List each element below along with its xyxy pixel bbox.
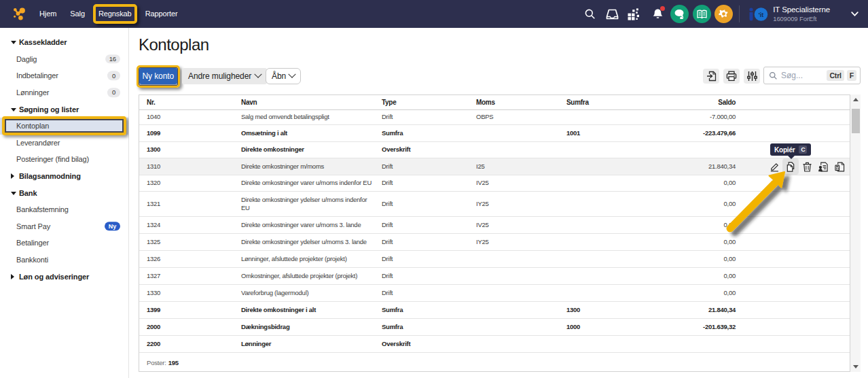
sidebar-item-bankafstemning[interactable]: Bankafstemning: [0, 201, 128, 218]
export-icon[interactable]: [703, 69, 719, 84]
sidebar-section-l-n-og-adviseringer[interactable]: Løn og adviseringer: [0, 268, 128, 285]
column-header-moms[interactable]: Moms: [469, 95, 559, 109]
scroll-up-icon[interactable]: [850, 94, 861, 105]
nav-item-hjem[interactable]: Hjem: [33, 4, 63, 24]
table-head: Nr.NavnTypeMomsSumfraSaldo: [139, 95, 850, 109]
cell-navn: Direkte omkostninger i alt: [234, 301, 374, 318]
scroll-down-icon[interactable]: [850, 362, 861, 372]
sidebar-section-kassekladder[interactable]: Kassekladder: [0, 34, 128, 51]
cell-nr: 1399: [139, 301, 234, 318]
new-badge: Ny: [105, 222, 120, 231]
cell-nr: 1330: [139, 284, 234, 301]
count-badge: 0: [107, 71, 120, 81]
table-row-1324[interactable]: 1324Direkte omkostninger varer u/moms 3.…: [139, 216, 850, 233]
cell-actions: [742, 250, 850, 267]
sidebar-section-label: Løn og adviseringer: [19, 273, 89, 281]
open-button[interactable]: Åbn: [266, 68, 301, 84]
account-menu[interactable]: 'it IT Specialisterne 1609009 ForEft: [749, 5, 830, 22]
edit-icon[interactable]: [766, 158, 782, 175]
scrollbar-thumb[interactable]: [852, 109, 860, 133]
main-menu: HjemSalgRegnskabRapporter: [33, 4, 185, 24]
table-scrollbar[interactable]: [850, 94, 861, 372]
new-account-button[interactable]: Ny konto: [139, 68, 177, 84]
nav-item-rapporter[interactable]: Rapporter: [139, 4, 185, 24]
table-row-1321[interactable]: 1321Direkte omkostninger ydelser u/moms …: [139, 191, 850, 216]
table-row-2000[interactable]: 2000DækningsbidragSumfra1000-201.639,32: [139, 318, 850, 335]
account-chevron-icon[interactable]: [851, 12, 858, 17]
sidebar-section-label: Bank: [19, 189, 37, 197]
cell-type: Drift: [374, 191, 469, 216]
sidebar-item-l-nninger[interactable]: Lønninger0: [0, 84, 128, 101]
column-header-nr[interactable]: Nr.: [139, 95, 234, 109]
column-header-saldo[interactable]: Saldo: [638, 95, 742, 109]
column-header-type[interactable]: Type: [374, 95, 469, 109]
tooltip-keycap: C: [799, 145, 807, 154]
sidebar-section-bank[interactable]: Bank: [0, 184, 128, 201]
notification-dot: [660, 6, 665, 11]
sidebar-item-label: Bankafstemning: [16, 205, 69, 213]
sidebar-item-leverand-rer[interactable]: Leverandører: [0, 135, 128, 152]
columns-icon[interactable]: [744, 69, 760, 84]
sidebar-item-kontoplan[interactable]: Kontoplan: [0, 118, 128, 135]
column-header-sumfra[interactable]: Sumfra: [559, 95, 638, 109]
table-body: 1040Salg med omvendt betalingspligtDrift…: [139, 109, 850, 352]
cell-nr: 1310: [139, 158, 234, 175]
table-row-1300[interactable]: 1300Direkte omkostningerOverskrift: [139, 141, 850, 158]
new-account-annotation: Ny konto: [137, 65, 181, 88]
inbox-icon[interactable]: [605, 7, 619, 21]
table-row-1040[interactable]: 1040Salg med omvendt betalingspligtDrift…: [139, 109, 850, 124]
delete-icon[interactable]: [799, 158, 815, 175]
nav-item-regnskab[interactable]: Regnskab: [93, 4, 137, 24]
sidebar-item-posteringer-find-bilag-[interactable]: Posteringer (find bilag): [0, 151, 128, 168]
cell-saldo: 0,00: [638, 191, 742, 216]
sidebar-item-smart-pay[interactable]: Smart PayNy: [0, 218, 128, 235]
cell-actions: [742, 109, 850, 124]
other-options-button[interactable]: Andre muligheder: [182, 68, 267, 84]
table-row-1099[interactable]: 1099Omsætning i altSumfra1001-223.479,66: [139, 124, 850, 141]
table-row-1330[interactable]: 1330Vareforbrug (lagermodul)Drift0,00: [139, 284, 850, 301]
search-icon[interactable]: [583, 7, 597, 21]
sidebar-item-betalinger[interactable]: Betalinger: [0, 235, 128, 252]
cell-nr: 1320: [139, 175, 234, 191]
nav-item-salg[interactable]: Salg: [63, 4, 92, 24]
table-row-1320[interactable]: 1320Direkte omkostninger varer u/moms in…: [139, 175, 850, 191]
table-row-1326[interactable]: 1326Lønninger, afsluttede projekter (pro…: [139, 250, 850, 267]
print-icon[interactable]: [723, 69, 740, 84]
cell-nr: 1099: [139, 124, 234, 141]
svg-text:'it: 'it: [759, 11, 764, 18]
cell-moms: [469, 318, 559, 335]
sidebar-item-bankkonti[interactable]: Bankkonti: [0, 252, 128, 269]
e-conomic-logo-icon[interactable]: [12, 7, 26, 22]
table-row-2200[interactable]: 2200LønningerOverskrift: [139, 335, 850, 352]
bell-icon[interactable]: [651, 7, 664, 21]
cell-navn: Direkte omkostninger varer u/moms 3. lan…: [234, 216, 374, 233]
table-row-1325[interactable]: 1325Direkte omkostninger ydelser u/moms …: [139, 233, 850, 250]
apps-icon[interactable]: [627, 7, 640, 21]
postings-icon[interactable]: [815, 158, 831, 175]
cell-nr: 1325: [139, 233, 234, 250]
cell-navn: Direkte omkostninger m/moms: [234, 158, 374, 175]
sidebar-section-bilagsanmodning[interactable]: Bilagsanmodning: [0, 168, 128, 185]
cell-moms: [469, 284, 559, 301]
sidebar-item-daglig[interactable]: Daglig16: [0, 51, 128, 68]
cell-sumfra: 1001: [559, 124, 638, 141]
table-row-1399[interactable]: 1399Direkte omkostninger i altSumfra1300…: [139, 301, 850, 318]
sidebar-section-s-gning-og-lister[interactable]: Søgning og lister: [0, 101, 128, 118]
sidebar-item-indbetalinger[interactable]: Indbetalinger0: [0, 67, 128, 84]
copy-icon[interactable]: [782, 158, 799, 175]
cell-saldo: -223.479,66: [638, 124, 742, 141]
table-row-1327[interactable]: 1327Omkostninger, afsluttede projekter (…: [139, 267, 850, 284]
table-row-1310[interactable]: 1310Direkte omkostninger m/momsDriftI252…: [139, 158, 850, 175]
chat-icon[interactable]: [670, 5, 689, 23]
search-input[interactable]: [781, 71, 824, 80]
settings-icon[interactable]: [715, 5, 733, 23]
cell-navn: Salg med omvendt betalingspligt: [234, 109, 374, 124]
guide-icon[interactable]: [693, 5, 711, 23]
cell-type: Sumfra: [374, 124, 469, 141]
cell-type: Sumfra: [374, 301, 469, 318]
budget-icon[interactable]: [831, 158, 848, 175]
column-header-navn[interactable]: Navn: [234, 95, 374, 109]
cell-navn: Lønninger, afsluttede projekter (projekt…: [234, 250, 374, 267]
cell-navn: Dækningsbidrag: [234, 318, 374, 335]
cell-type: Drift: [374, 175, 469, 191]
